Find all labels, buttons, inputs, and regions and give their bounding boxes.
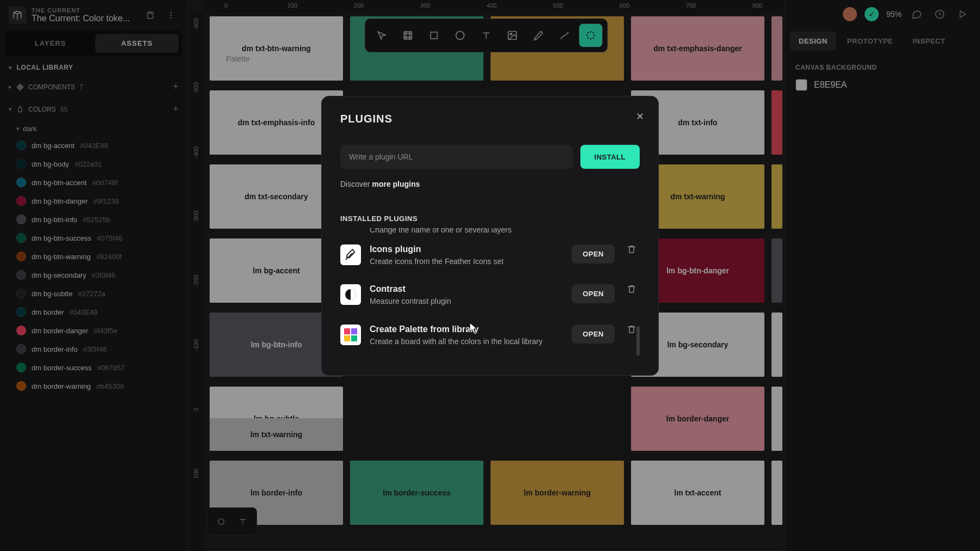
open-plugin-button[interactable]: OPEN (572, 284, 615, 303)
plugin-icon (340, 284, 361, 305)
plugin-icon (340, 244, 361, 265)
plugin-desc: Create icons from the Feather Icons set (370, 256, 563, 267)
more-plugins-link[interactable]: more plugins (372, 180, 420, 188)
plugin-item: ContrastMeasure contrast pluginOPEN (340, 276, 636, 316)
installed-plugins-title: INSTALLED PLUGINS (340, 215, 640, 223)
modal-title: PLUGINS (340, 113, 640, 125)
plugin-icon (340, 325, 361, 345)
install-button[interactable]: INSTALL (580, 145, 640, 169)
plugins-modal: PLUGINS ✕ INSTALL Discover more plugins … (321, 96, 659, 376)
open-plugin-button[interactable]: OPEN (572, 244, 615, 264)
plugin-name: Create Palette from library (370, 325, 563, 334)
plugin-name: Icons plugin (370, 244, 563, 254)
plugin-desc: Measure contrast plugin (370, 296, 563, 307)
plugin-name: Contrast (370, 284, 563, 294)
trash-icon[interactable] (627, 244, 636, 254)
trash-icon[interactable] (627, 284, 636, 294)
plugin-desc-truncated: Change the name of one or several layers (340, 228, 636, 236)
plugin-item: Create Palette from libraryCreate a boar… (340, 316, 636, 356)
plugin-desc: Create a board with all the colors in th… (370, 336, 563, 347)
close-icon[interactable]: ✕ (636, 111, 644, 123)
trash-icon[interactable] (627, 325, 636, 334)
scrollbar-thumb[interactable] (636, 326, 640, 356)
plugin-list[interactable]: Change the name of one or several layers… (340, 228, 640, 356)
discover-text: Discover more plugins (340, 180, 640, 188)
plugin-url-input[interactable] (340, 145, 573, 169)
plugin-item: Icons pluginCreate icons from the Feathe… (340, 236, 636, 276)
open-plugin-button[interactable]: OPEN (572, 325, 615, 344)
